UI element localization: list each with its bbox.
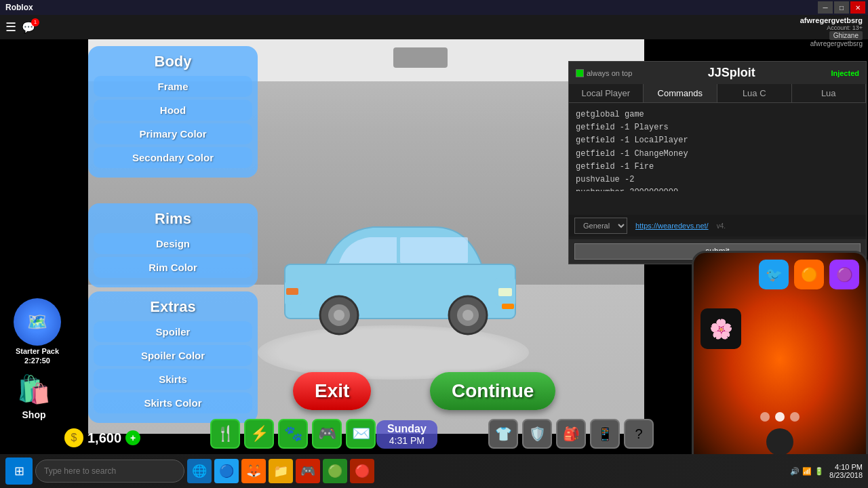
extras-panel: Extras Spoiler Spoiler Color Skirts Skir… <box>88 291 258 423</box>
chat-badge: 1 <box>31 18 39 26</box>
right-hud: 👕 🛡️ 🎒 📱 ? <box>488 419 654 449</box>
svg-rect-1 <box>400 237 468 263</box>
taskbar-clock: 4:10 PM 8/23/2018 <box>829 463 863 479</box>
phone-dot-2 <box>775 412 785 422</box>
hamburger-icon[interactable]: ☰ <box>5 20 16 35</box>
window-controls[interactable]: ─ □ ✕ <box>818 1 865 14</box>
red-taskbar-app[interactable]: 🔴 <box>350 459 374 483</box>
phone-apps-row: 🐦 🟠 🟣 <box>701 260 859 289</box>
svg-point-11 <box>462 310 473 321</box>
paw-button[interactable]: 🐾 <box>278 419 308 449</box>
flower-app-row: 🌸 <box>701 308 859 349</box>
food-button[interactable]: 🍴 <box>210 419 240 449</box>
spoiler-button[interactable]: Spoiler <box>94 321 252 342</box>
jjsploit-tabs: Local Player Commands Lua C Lua <box>569 84 866 103</box>
always-on-top-label: always on top <box>587 69 632 77</box>
taskbar-time: 4:10 PM <box>829 463 863 471</box>
version-text: v4. <box>717 222 726 230</box>
rims-panel: Rims Design Rim Color <box>88 203 258 287</box>
time-display: Sunday 4:31 PM <box>376 420 437 449</box>
code-line-1: getglobal game <box>576 108 859 121</box>
mail-button[interactable]: ✉️ <box>346 419 376 449</box>
taskbar-right: 🔊 📶 🔋 4:10 PM 8/23/2018 <box>790 463 863 479</box>
starter-pack-label: Starter Pack <box>7 347 68 355</box>
time-clock: 4:31 PM <box>387 435 427 446</box>
svg-point-8 <box>334 310 344 321</box>
svg-rect-5 <box>286 288 298 295</box>
taskbar-date: 8/23/2018 <box>829 471 863 479</box>
always-on-top-toggle[interactable]: always on top <box>576 69 632 77</box>
action-buttons: 🍴 ⚡ 🐾 🎮 ✉️ <box>210 419 376 449</box>
jjsploit-bottom-bar: General https://wearedevs.net/ v4. <box>569 215 866 237</box>
phone-button[interactable]: 📱 <box>590 419 620 449</box>
flower-app[interactable]: 🌸 <box>701 308 741 349</box>
twitter-app[interactable]: 🐦 <box>759 260 789 289</box>
design-button[interactable]: Design <box>94 233 252 254</box>
money-plus-button[interactable]: + <box>125 430 140 445</box>
extras-title: Extras <box>94 298 252 316</box>
firefox-taskbar-app[interactable]: 🦊 <box>241 459 266 483</box>
roblox-app[interactable]: 🟠 <box>794 260 824 289</box>
code-line-2: getfield -1 Players <box>576 121 859 134</box>
ie-taskbar-app[interactable]: 🌐 <box>187 459 212 483</box>
exit-button[interactable]: Exit <box>293 372 371 410</box>
windows-start-button[interactable]: ⊞ <box>5 458 33 485</box>
frame-button[interactable]: Frame <box>94 76 252 97</box>
tab-commands[interactable]: Commands <box>644 84 718 102</box>
code-line-6: pushvalue -2 <box>576 174 859 186</box>
always-on-top-checkbox[interactable] <box>576 69 584 77</box>
maximize-button[interactable]: □ <box>834 1 849 14</box>
injected-badge: Injected <box>831 69 859 77</box>
account-alt: afwregergvetbsrg <box>810 40 863 47</box>
green-taskbar-app[interactable]: 🟢 <box>323 459 347 483</box>
phone-dot-3 <box>790 412 800 422</box>
body-title: Body <box>94 53 252 70</box>
titlebar: Roblox ─ □ ✕ <box>0 0 868 15</box>
lightning-button[interactable]: ⚡ <box>244 419 274 449</box>
purple-app[interactable]: 🟣 <box>829 260 859 289</box>
code-line-5: getfield -1 Fire <box>576 161 859 174</box>
svg-rect-12 <box>502 304 514 309</box>
phone-widget: 🐦 🟠 🟣 🌸 <box>692 251 868 468</box>
secondary-color-button[interactable]: Secondary Color <box>94 147 252 168</box>
shirt-button[interactable]: 👕 <box>488 419 518 449</box>
code-line-7: pushnumber 2000000000 <box>576 186 859 191</box>
tab-lua-c[interactable]: Lua C <box>717 84 792 102</box>
skirts-color-button[interactable]: Skirts Color <box>94 392 252 413</box>
skirts-button[interactable]: Skirts <box>94 369 252 390</box>
close-button[interactable]: ✕ <box>850 1 865 14</box>
code-line-4: getfield -1 ChangeMoney <box>576 148 859 161</box>
website-link[interactable]: https://wearedevs.net/ <box>635 222 709 230</box>
tray-icon-3: 🔋 <box>814 467 824 476</box>
chat-icon[interactable]: 💬 1 <box>22 21 35 34</box>
minimize-button[interactable]: ─ <box>818 1 833 14</box>
starter-pack[interactable]: 🗺️ Starter Pack 2:27:50 <box>7 298 68 365</box>
shop-area[interactable]: 🛍️ Shop <box>7 369 61 420</box>
hood-button[interactable]: Hood <box>94 100 252 121</box>
tab-local-player[interactable]: Local Player <box>569 84 644 102</box>
system-tray: 🔊 📶 🔋 <box>790 467 824 476</box>
rim-color-button[interactable]: Rim Color <box>94 257 252 278</box>
folder-taskbar-app[interactable]: 📁 <box>269 459 293 483</box>
phone-screen: 🐦 🟠 🟣 🌸 <box>694 253 866 466</box>
gamepad-button[interactable]: 🎮 <box>312 419 342 449</box>
jjsploit-title: JJSploit <box>637 66 825 80</box>
phone-dot-1 <box>760 412 770 422</box>
primary-color-button[interactable]: Primary Color <box>94 123 252 144</box>
taskbar-search[interactable] <box>35 460 184 483</box>
body-panel: Body Frame Hood Primary Color Secondary … <box>88 46 258 178</box>
roblox-taskbar-app[interactable]: 🎮 <box>296 459 320 483</box>
tab-lua[interactable]: Lua <box>792 84 867 102</box>
general-select[interactable]: General <box>574 218 627 234</box>
help-button[interactable]: ? <box>624 419 654 449</box>
roblox-topbar: ☰ 💬 1 afwregergvetbsrg Account: 13+ Ghiz… <box>0 15 868 39</box>
backpack-button[interactable]: 🎒 <box>556 419 586 449</box>
phone-home-button[interactable] <box>766 428 793 455</box>
jjsploit-code-area[interactable]: getglobal game getfield -1 Players getfi… <box>569 103 866 191</box>
continue-button[interactable]: Continue <box>430 372 555 410</box>
spoiler-color-button[interactable]: Spoiler Color <box>94 345 252 366</box>
edge-taskbar-app[interactable]: 🔵 <box>214 459 239 483</box>
shield-button[interactable]: 🛡️ <box>522 419 552 449</box>
shop-label: Shop <box>7 409 61 420</box>
code-line-3: getfield -1 LocalPlayer <box>576 134 859 147</box>
